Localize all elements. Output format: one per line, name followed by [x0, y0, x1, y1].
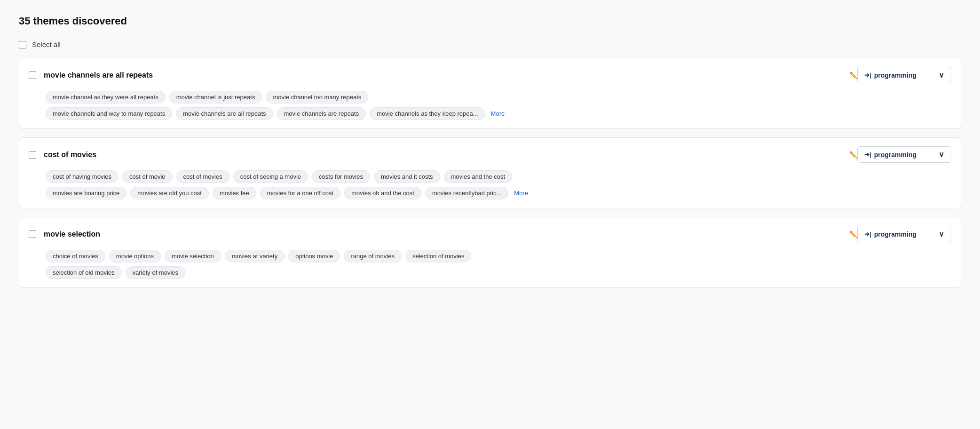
- tags-row1-2: cost of having moviescost of moviecost o…: [46, 170, 951, 183]
- list-item: movie channels are repeats: [277, 107, 366, 120]
- select-all-label: Select all: [32, 40, 61, 48]
- list-item: movies at variety: [225, 250, 285, 262]
- theme-card-3: movie selection✏️➔|programming∨choice of…: [19, 217, 961, 288]
- list-item: cost of seeing a movie: [233, 170, 308, 183]
- theme-checkbox-3[interactable]: [29, 230, 36, 238]
- page-title: 35 themes discovered: [19, 15, 961, 27]
- list-item: movies and the cost: [444, 170, 513, 183]
- arrow-icon-3: ➔|: [864, 230, 871, 238]
- theme-header-2: cost of movies✏️➔|programming∨: [29, 146, 951, 163]
- tags-section-1: movie channel as they were all repeatsmo…: [29, 91, 951, 120]
- theme-card-1: movie channels are all repeats✏️➔|progra…: [19, 58, 961, 129]
- edit-icon-2[interactable]: ✏️: [849, 151, 857, 159]
- list-item: choice of movies: [46, 250, 105, 262]
- chevron-icon-3: ∨: [939, 230, 944, 238]
- tags-section-2: cost of having moviescost of moviecost o…: [29, 170, 951, 199]
- theme-checkbox-1[interactable]: [29, 72, 36, 79]
- select-all-row: Select all: [19, 40, 961, 48]
- list-item: movies are old you cost: [130, 187, 209, 199]
- tags-row2-2: movies are boaring pricemovies are old y…: [46, 187, 951, 199]
- dropdown-label-2: programming: [874, 151, 917, 159]
- theme-header-1: movie channels are all repeats✏️➔|progra…: [29, 67, 951, 83]
- list-item: movie channel too many repeats: [266, 91, 368, 103]
- more-link-2[interactable]: More: [514, 190, 528, 197]
- themes-container: movie channels are all repeats✏️➔|progra…: [19, 58, 961, 288]
- theme-title-3: movie selection: [44, 230, 846, 238]
- tags-row1-3: choice of moviesmovie optionsmovie selec…: [46, 250, 951, 262]
- theme-checkbox-2[interactable]: [29, 151, 36, 159]
- edit-icon-1[interactable]: ✏️: [849, 72, 857, 79]
- list-item: movie channel as they were all repeats: [46, 91, 166, 103]
- list-item: movies oh and the cost: [344, 187, 421, 199]
- list-item: movies for a one off cost: [260, 187, 340, 199]
- assign-dropdown-3[interactable]: ➔|programming∨: [857, 226, 951, 242]
- arrow-icon-1: ➔|: [864, 72, 871, 79]
- arrow-icon-2: ➔|: [864, 151, 871, 158]
- list-item: movie channels as they keep repea...: [370, 107, 485, 120]
- list-item: options movie: [288, 250, 340, 262]
- theme-title-2: cost of movies: [44, 151, 846, 159]
- list-item: selection of old movies: [46, 266, 122, 279]
- more-link-1[interactable]: More: [491, 110, 505, 117]
- tags-row2-3: selection of old moviesvariety of movies: [46, 266, 951, 279]
- tags-section-3: choice of moviesmovie optionsmovie selec…: [29, 250, 951, 279]
- dropdown-label-3: programming: [874, 230, 917, 238]
- chevron-icon-2: ∨: [939, 150, 944, 159]
- list-item: movies fee: [213, 187, 256, 199]
- list-item: movie selection: [165, 250, 221, 262]
- theme-header-3: movie selection✏️➔|programming∨: [29, 226, 951, 242]
- chevron-icon-1: ∨: [939, 71, 944, 79]
- list-item: movie channels and way to many repeats: [46, 107, 172, 120]
- select-all-checkbox[interactable]: [19, 41, 26, 48]
- list-item: range of movies: [344, 250, 402, 262]
- theme-title-1: movie channels are all repeats: [44, 71, 846, 79]
- list-item: variety of movies: [126, 266, 186, 279]
- tags-row1-1: movie channel as they were all repeatsmo…: [46, 91, 951, 103]
- list-item: movie options: [109, 250, 161, 262]
- dropdown-label-1: programming: [874, 72, 917, 79]
- edit-icon-3[interactable]: ✏️: [849, 230, 857, 238]
- list-item: movies are boaring price: [46, 187, 126, 199]
- assign-dropdown-2[interactable]: ➔|programming∨: [857, 146, 951, 163]
- list-item: selection of movies: [405, 250, 472, 262]
- list-item: cost of movies: [176, 170, 229, 183]
- list-item: movie channel is just repeats: [169, 91, 262, 103]
- list-item: costs for movies: [312, 170, 370, 183]
- assign-dropdown-1[interactable]: ➔|programming∨: [857, 67, 951, 83]
- list-item: cost of having movies: [46, 170, 119, 183]
- theme-card-2: cost of movies✏️➔|programming∨cost of ha…: [19, 137, 961, 208]
- list-item: movie channels are all repeats: [176, 107, 273, 120]
- list-item: movies and it costs: [374, 170, 440, 183]
- tags-row2-1: movie channels and way to many repeatsmo…: [46, 107, 951, 120]
- list-item: movies recentlybad pric...: [425, 187, 508, 199]
- list-item: cost of movie: [122, 170, 173, 183]
